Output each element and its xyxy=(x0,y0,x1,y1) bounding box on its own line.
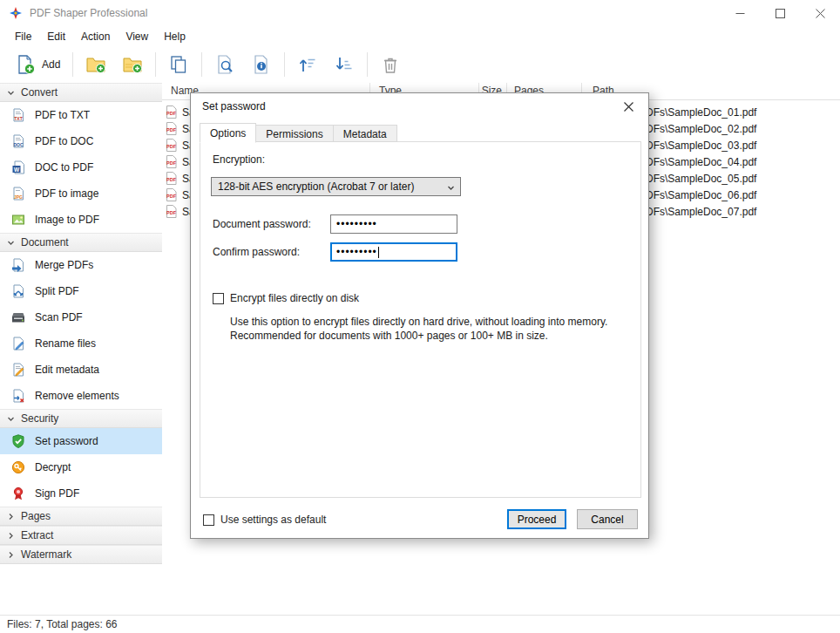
pdf-file-icon: PDF xyxy=(166,106,177,119)
cancel-button[interactable]: Cancel xyxy=(577,509,638,529)
sidebar-item-decrypt[interactable]: Decrypt xyxy=(0,454,162,480)
sidebar-item-pdf-to-image[interactable]: JPG PDF to image xyxy=(0,180,162,207)
sidebar-section-document[interactable]: Document xyxy=(0,233,162,252)
file-path: DFs\SampleDoc_05.pdf xyxy=(646,173,756,185)
file-path: DFs\SampleDoc_01.pdf xyxy=(646,106,756,119)
toolbar: Add xyxy=(0,46,840,83)
chevron-down-icon xyxy=(7,239,15,247)
minimize-button[interactable] xyxy=(720,0,760,26)
pdf-file-icon: PDF xyxy=(166,205,177,218)
checkbox-box xyxy=(203,514,214,526)
add-files-button[interactable]: Add xyxy=(7,49,68,80)
sidebar-item-label: Edit metadata xyxy=(35,364,99,376)
toolbar-separator xyxy=(284,52,285,77)
pdf-file-icon: PDF xyxy=(166,155,177,168)
document-password-input[interactable]: ••••••••• xyxy=(330,214,457,234)
menu-view[interactable]: View xyxy=(118,28,156,45)
encryption-label: Encryption: xyxy=(213,153,265,166)
proceed-button[interactable]: Proceed xyxy=(507,509,566,529)
sidebar-section-security[interactable]: Security xyxy=(0,409,162,428)
pdf-file-icon: PDF xyxy=(166,122,177,135)
section-label: Security xyxy=(21,412,58,425)
info-button[interactable] xyxy=(243,49,280,80)
confirm-password-input[interactable]: ••••••••• xyxy=(330,242,457,262)
copy-button[interactable] xyxy=(160,49,197,80)
encryption-select[interactable]: 128-bit AES encryption (Acrobat 7 or lat… xyxy=(211,177,461,196)
use-default-label: Use settings as default xyxy=(220,514,326,526)
sidebar-item-label: PDF to DOC xyxy=(35,135,93,147)
window-controls xyxy=(720,0,840,26)
sidebar-item-set-password[interactable]: Set password xyxy=(0,428,162,454)
pdf-to-image-icon: JPG xyxy=(11,187,25,201)
copy-icon xyxy=(168,54,189,75)
svg-text:PDF: PDF xyxy=(166,160,177,166)
file-path: DFs\SampleDoc_07.pdf xyxy=(646,206,756,218)
text-caret xyxy=(378,247,379,258)
doc-to-pdf-icon: W xyxy=(11,160,25,174)
add-folder-tree-button[interactable] xyxy=(114,49,151,80)
sidebar-section-convert[interactable]: Convert xyxy=(0,83,162,102)
sidebar-item-image-to-pdf[interactable]: Image to PDF xyxy=(0,207,162,233)
sidebar-item-merge-pdfs[interactable]: Merge PDFs xyxy=(0,252,162,278)
document-password-value: ••••••••• xyxy=(336,218,377,230)
svg-text:PDF: PDF xyxy=(166,177,177,182)
dialog-close-button[interactable] xyxy=(609,94,647,119)
sidebar-item-label: Rename files xyxy=(35,337,96,350)
menu-edit[interactable]: Edit xyxy=(39,28,73,45)
trash-icon xyxy=(380,54,401,75)
sidebar-item-remove-elements[interactable]: Remove elements xyxy=(0,383,162,409)
pdf-file-icon: PDF xyxy=(166,172,177,185)
pdf-file-icon: PDF xyxy=(166,188,177,201)
sidebar-item-rename-files[interactable]: Rename files xyxy=(0,330,162,357)
move-down-button[interactable] xyxy=(326,49,362,80)
sidebar-item-sign-pdf[interactable]: Sign PDF xyxy=(0,480,162,507)
svg-text:PDF: PDF xyxy=(166,194,177,199)
use-default-checkbox[interactable]: Use settings as default xyxy=(203,514,326,526)
preview-icon xyxy=(214,54,235,75)
section-label: Watermark xyxy=(21,548,71,561)
sidebar-section-pages[interactable]: Pages xyxy=(0,507,162,526)
close-button[interactable] xyxy=(800,0,840,26)
move-down-icon xyxy=(334,54,355,75)
toolbar-separator xyxy=(72,52,73,77)
toolbar-separator xyxy=(201,52,202,77)
section-label: Pages xyxy=(21,510,51,522)
move-up-button[interactable] xyxy=(289,49,326,80)
key-icon xyxy=(11,460,25,474)
menu-action[interactable]: Action xyxy=(73,28,118,45)
pdf-to-txt-icon: TXT xyxy=(11,108,25,122)
sidebar-item-pdf-to-txt[interactable]: TXT PDF to TXT xyxy=(0,102,162,128)
file-path: DFs\SampleDoc_04.pdf xyxy=(646,156,756,168)
chevron-right-icon xyxy=(7,513,15,521)
encrypt-on-disk-checkbox[interactable]: Encrypt files directly on disk xyxy=(213,292,359,304)
encrypt-on-disk-label: Encrypt files directly on disk xyxy=(230,292,359,304)
info-icon xyxy=(251,54,272,75)
menu-file[interactable]: File xyxy=(7,28,39,45)
scan-pdf-icon xyxy=(11,310,25,324)
sidebar-item-doc-to-pdf[interactable]: W DOC to PDF xyxy=(0,154,162,180)
sidebar-item-scan-pdf[interactable]: Scan PDF xyxy=(0,304,162,330)
add-folder-button[interactable] xyxy=(78,49,114,80)
rename-files-icon xyxy=(11,337,25,351)
sidebar-item-label: Remove elements xyxy=(35,390,119,402)
sidebar-section-watermark[interactable]: Watermark xyxy=(0,545,162,564)
statusbar: Files: 7, Total pages: 66 xyxy=(0,615,840,633)
delete-button[interactable] xyxy=(372,49,409,80)
sidebar-item-label: PDF to TXT xyxy=(35,109,90,121)
add-file-icon xyxy=(15,54,36,75)
svg-text:PDF: PDF xyxy=(166,111,177,116)
tab-metadata[interactable]: Metadata xyxy=(334,125,397,142)
svg-text:W: W xyxy=(14,167,20,173)
tab-permissions[interactable]: Permissions xyxy=(256,125,333,142)
titlebar: PDF Shaper Professional xyxy=(0,0,840,26)
sidebar-item-split-pdf[interactable]: Split PDF xyxy=(0,278,162,304)
maximize-button[interactable] xyxy=(760,0,800,26)
preview-button[interactable] xyxy=(207,49,243,80)
sidebar-item-edit-metadata[interactable]: Edit metadata xyxy=(0,357,162,383)
sidebar-item-pdf-to-doc[interactable]: DOC PDF to DOC xyxy=(0,128,162,154)
tab-options[interactable]: Options xyxy=(200,123,256,143)
sidebar-section-extract[interactable]: Extract xyxy=(0,526,162,545)
menu-help[interactable]: Help xyxy=(156,28,193,45)
shield-check-icon xyxy=(11,434,25,448)
move-up-icon xyxy=(297,54,318,75)
